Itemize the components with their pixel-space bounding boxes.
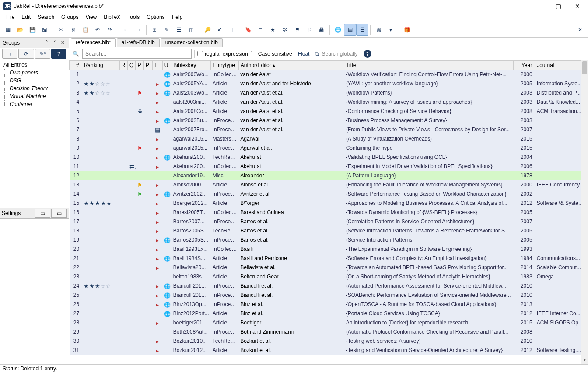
- col-r[interactable]: R: [119, 61, 127, 70]
- flag-button[interactable]: ⚐: [303, 24, 315, 36]
- table-row[interactable]: 13⚑▸Alonso2000...ArticleAlonso et al.{En…: [70, 180, 588, 190]
- table-row[interactable]: 15★★★★★▸Boerger2012...ArticleB\"orger{Ap…: [70, 199, 588, 208]
- vertical-scrollbar[interactable]: ▴ ▾: [581, 60, 588, 364]
- table-row[interactable]: 18▸Barros2005S...TechRep...Barros et al.…: [70, 226, 588, 236]
- group-dsg[interactable]: DSG: [0, 77, 69, 84]
- book-button[interactable]: ▯: [226, 24, 238, 36]
- dropdown-button[interactable]: ▾: [385, 24, 397, 36]
- groups-collapse-down-icon[interactable]: ˅: [51, 39, 58, 46]
- col-f[interactable]: F: [153, 61, 163, 70]
- table-header-row[interactable]: #RankingRQPPFUBibtexkeyEntrytypeAuthor/E…: [70, 61, 588, 70]
- star-button[interactable]: ★: [266, 24, 279, 36]
- undo-button[interactable]: ↶: [91, 24, 104, 36]
- table-row[interactable]: 3★★☆☆☆⚑▸🌐Aalst2003Wo...Articlevan der Aa…: [70, 88, 588, 98]
- table-row[interactable]: 31▸Bozkurt2012...ArticleBozkurt et al.{T…: [70, 346, 588, 355]
- menu-bibtex[interactable]: BibTeX: [100, 13, 124, 21]
- group-decision-theory[interactable]: Decision Theory: [0, 84, 69, 92]
- menu-groups[interactable]: Groups: [58, 13, 82, 21]
- table-row[interactable]: 12Alexander19...MiscAlexander{A Pattern …: [70, 171, 588, 180]
- table-row[interactable]: 16▸Baresi2005T...InCollecti...Baresi and…: [70, 208, 588, 217]
- table-row[interactable]: 24★★★☆☆▸🌐Bianculli201...InProcee...Bianc…: [70, 282, 588, 291]
- forward-button[interactable]: →: [132, 24, 144, 36]
- open-button[interactable]: 📂: [14, 24, 26, 36]
- scroll-down-icon[interactable]: ▾: [581, 357, 588, 364]
- search-help-button[interactable]: ?: [364, 50, 371, 58]
- flags-button[interactable]: ⚑: [291, 24, 303, 36]
- table-row[interactable]: 20▸Basili1993Ex...InCollecti...Basili{Th…: [70, 245, 588, 254]
- copy-button[interactable]: ⎘: [67, 24, 79, 36]
- edit-entry-button[interactable]: ✎: [161, 24, 173, 36]
- cog-button[interactable]: ✲: [279, 24, 291, 36]
- table-row[interactable]: 14⚑▸🌐Avritzer2002...InProcee...Avritzer …: [70, 190, 588, 199]
- table-row[interactable]: 25▸🌐Bianculli201...InProcee...Bianculli …: [70, 291, 588, 300]
- table-row[interactable]: 21▸🌐Basili1984S...ArticleBasili and Perr…: [70, 254, 588, 263]
- col-q[interactable]: Q: [128, 61, 136, 70]
- cut-button[interactable]: ✂: [55, 24, 67, 36]
- menu-help[interactable]: Help: [168, 13, 186, 21]
- col-journal[interactable]: Journal: [535, 61, 588, 70]
- bookmark-button[interactable]: 🔖: [242, 24, 254, 36]
- save-button[interactable]: 💾: [26, 24, 38, 36]
- col-p[interactable]: P: [136, 61, 144, 70]
- new-button[interactable]: ▦: [2, 24, 14, 36]
- redo-button[interactable]: ↷: [104, 24, 116, 36]
- table-row[interactable]: 17▸Barros2007...InProcee...Barros et al.…: [70, 217, 588, 226]
- tab-unsorted-collection-bib[interactable]: unsorted-collection.bib: [161, 38, 223, 47]
- tab-all-refs-db-bib[interactable]: all-refs-DB.bib: [117, 38, 160, 47]
- external-search-icon[interactable]: ⧉: [315, 51, 319, 57]
- search-globally-link[interactable]: Search globally: [322, 51, 357, 57]
- menu-search[interactable]: Search: [34, 13, 58, 21]
- col-u[interactable]: U: [162, 61, 171, 70]
- refresh-groups-button[interactable]: ⟳: [18, 49, 34, 59]
- search-input[interactable]: [82, 49, 192, 59]
- table-row[interactable]: 11⇄▸Akehurst200...InCollecti...Akehurst{…: [70, 162, 588, 171]
- gift-button[interactable]: 🎁: [401, 24, 413, 36]
- toolbar-close-button[interactable]: ✕: [574, 24, 586, 36]
- paste-button[interactable]: 📋: [79, 24, 91, 36]
- groups-close-icon[interactable]: ✕: [59, 39, 66, 46]
- minimize-button[interactable]: —: [529, 0, 549, 12]
- table-row[interactable]: 19▸🌐Barros2005S...InProcee...Barros et a…: [70, 236, 588, 245]
- brush-button[interactable]: ✔: [214, 24, 226, 36]
- settings-opt1-button[interactable]: ▭: [35, 209, 50, 218]
- settings-opt2-button[interactable]: ▭: [51, 209, 67, 218]
- table-row[interactable]: 2★★☆☆☆▸🌐Aalst2005YA...Articlevan der Aal…: [70, 79, 588, 88]
- table-row[interactable]: 9⚑▸agarwal2015...InProcee...Agarwal et a…: [70, 144, 588, 153]
- table-row[interactable]: 27🌐Binz2012Port...ArticleBinz et al.{Por…: [70, 309, 588, 318]
- group-virtual-machine[interactable]: Virtual Machine: [0, 92, 69, 100]
- table-row[interactable]: 1🌐Aalst2000Wo...InCollecti...van der Aal…: [70, 70, 588, 79]
- groups-collapse-up-icon[interactable]: ˄: [43, 39, 50, 46]
- group-all-entries[interactable]: All Entries: [0, 61, 69, 69]
- regex-checkbox[interactable]: regular expression: [197, 51, 248, 57]
- menu-view[interactable]: View: [82, 13, 100, 21]
- col-ranking[interactable]: Ranking: [82, 61, 119, 70]
- menu-options[interactable]: Options: [143, 13, 168, 21]
- col-year[interactable]: Year: [514, 61, 535, 70]
- table-row[interactable]: 26▸🌐Binz2013Op...InProcee...Binz et al.{…: [70, 300, 588, 309]
- maximize-button[interactable]: ▢: [549, 0, 568, 12]
- back-button[interactable]: ←: [120, 24, 132, 36]
- add-group-button[interactable]: ＋: [2, 49, 18, 59]
- open-entry-button[interactable]: ☰: [173, 24, 185, 36]
- table-row[interactable]: 4▸aalst2003mi...Articlevan der Aalst et …: [70, 98, 588, 107]
- settings-label[interactable]: Settings: [2, 210, 34, 216]
- table-row[interactable]: 28▸boettiger201...ArticleBoettigerAn int…: [70, 318, 588, 327]
- table-row[interactable]: 6▸🌐Aalst2003Bu...InProcee...van der Aals…: [70, 116, 588, 125]
- col-title[interactable]: Title: [344, 61, 514, 70]
- table-row[interactable]: 8▸agarwal2015...MastersT...Agarwal{A Stu…: [70, 134, 588, 144]
- close-button[interactable]: ✕: [568, 0, 587, 12]
- col-author-editor[interactable]: Author/Editor ▴: [238, 61, 344, 70]
- table-row[interactable]: 10▸🌐Akehurst200...TechRep...Akehurst{Val…: [70, 153, 588, 162]
- table-row[interactable]: 7▤Aalst2007Fro...InProcee...van der Aals…: [70, 125, 588, 134]
- bookmark-open-button[interactable]: ◻: [254, 24, 266, 36]
- groups-help-button[interactable]: ?: [51, 49, 66, 59]
- key-button[interactable]: 🔑: [201, 24, 214, 36]
- group-container[interactable]: Container: [0, 100, 69, 108]
- col-bibtexkey[interactable]: Bibtexkey: [172, 61, 211, 70]
- printer-button[interactable]: 🖶: [315, 24, 328, 36]
- panel-2-button[interactable]: ☰: [356, 24, 368, 36]
- table-row[interactable]: 23belton1983s...ArticleBelton and Gear{O…: [70, 272, 588, 282]
- table-row[interactable]: 29Both2008Aut...InProcee...Both and Zimm…: [70, 327, 588, 337]
- menu-edit[interactable]: Edit: [18, 13, 34, 21]
- case-checkbox[interactable]: Case sensitive: [251, 51, 292, 57]
